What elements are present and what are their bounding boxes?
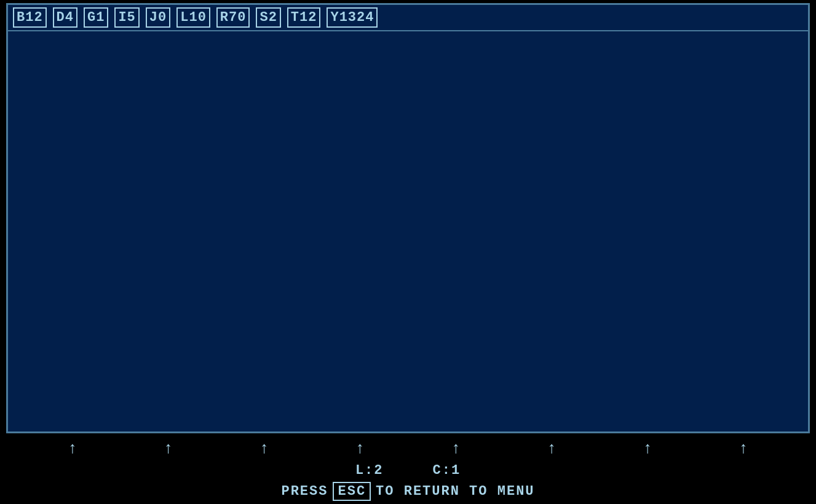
press-label: PRESS	[281, 484, 328, 499]
esc-key[interactable]: ESC	[333, 482, 371, 501]
toolbar-item-r[interactable]: R70	[216, 7, 250, 28]
toolbar-item-i[interactable]: I5	[114, 7, 139, 28]
toolbar-item-l[interactable]: L10	[176, 7, 210, 28]
col-status: C:1	[433, 463, 461, 478]
to-return-label: TO RETURN TO MENU	[376, 484, 534, 499]
toolbar-item-d[interactable]: D4	[53, 7, 77, 28]
arrow-up-3: ↑	[259, 439, 269, 458]
bottom-bar: ↑ ↑ ↑ ↑ ↑ ↑ ↑ ↑ L:2 C:1 PRESS ESC TO RET…	[0, 436, 816, 504]
screen: B12 D4 G1 I5 J0 L10 R70 S2 T12 Y1324 ↑ ↑…	[0, 0, 816, 504]
press-row: PRESS ESC TO RETURN TO MENU	[281, 482, 534, 501]
toolbar-item-j[interactable]: J0	[146, 7, 170, 28]
content-area	[8, 31, 808, 431]
arrow-up-1: ↑	[68, 439, 77, 458]
main-area: B12 D4 G1 I5 J0 L10 R70 S2 T12 Y1324	[6, 3, 810, 433]
toolbar-item-g[interactable]: G1	[84, 7, 108, 28]
toolbar-item-s[interactable]: S2	[256, 7, 280, 28]
arrow-up-6: ↑	[547, 439, 557, 458]
toolbar-item-y[interactable]: Y1324	[327, 7, 378, 28]
arrow-up-2: ↑	[164, 439, 173, 458]
status-row: L:2 C:1	[355, 463, 461, 478]
toolbar-item-t[interactable]: T12	[287, 7, 321, 28]
arrow-up-5: ↑	[451, 439, 461, 458]
arrow-up-4: ↑	[355, 439, 365, 458]
arrow-up-8: ↑	[739, 439, 748, 458]
arrows-row: ↑ ↑ ↑ ↑ ↑ ↑ ↑ ↑	[0, 439, 816, 458]
toolbar: B12 D4 G1 I5 J0 L10 R70 S2 T12 Y1324	[8, 5, 808, 31]
line-status: L:2	[355, 463, 384, 478]
arrow-up-7: ↑	[643, 439, 652, 458]
toolbar-item-b[interactable]: B12	[13, 7, 47, 28]
